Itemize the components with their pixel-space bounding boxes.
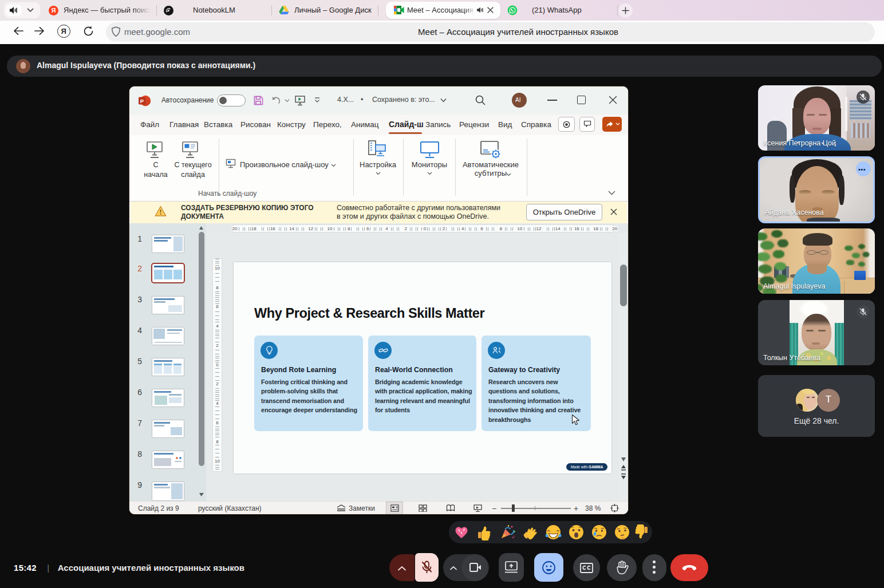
svg-text:P: P: [140, 98, 144, 104]
